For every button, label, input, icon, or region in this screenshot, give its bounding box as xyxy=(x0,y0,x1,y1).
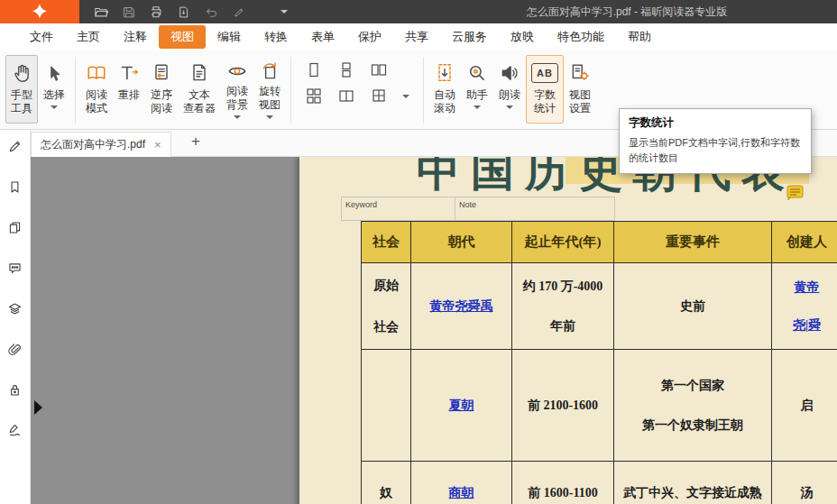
page-layout-group xyxy=(296,55,418,105)
view-settings-button[interactable]: 视图 设置 xyxy=(564,55,596,124)
continuous-facing-icon[interactable] xyxy=(305,87,323,105)
keyword-label: Keyword xyxy=(345,200,377,209)
quick-access-toolbar xyxy=(94,5,288,19)
word-count-button[interactable]: AB 字数 统计 xyxy=(526,55,564,124)
tab-protect[interactable]: 保护 xyxy=(346,25,393,49)
text-viewer-button[interactable]: 文本 查看器 xyxy=(178,55,221,124)
hand-tool-button[interactable]: 手型 工具 xyxy=(5,55,38,124)
cell-period: 前 1600-1100 xyxy=(512,462,614,504)
print-icon[interactable] xyxy=(149,5,163,19)
tab-edit[interactable]: 编辑 xyxy=(206,25,253,49)
select-tool-button[interactable]: 选择 xyxy=(38,55,70,124)
tab-features[interactable]: 特色功能 xyxy=(546,25,616,49)
rotate-view-button[interactable]: 旋转 视图 xyxy=(253,55,286,124)
document-tab[interactable]: 怎么面对高中学习.pdf × xyxy=(31,132,171,157)
cell-founder: 启 xyxy=(772,350,837,462)
book-view-icon[interactable] xyxy=(337,87,355,105)
tab-cloud[interactable]: 云服务 xyxy=(440,25,499,49)
more-layout-icon[interactable] xyxy=(370,87,388,105)
cell-event: 史前 xyxy=(614,263,772,350)
col-header-period: 起止年代(年) xyxy=(512,222,614,263)
table-row: 奴 商朝 前 1600-1100 武丁中兴、文字接近成熟 汤 xyxy=(362,462,837,504)
dynasty-link[interactable]: 夏朝 xyxy=(449,399,474,412)
ribbon-separator xyxy=(290,57,291,124)
cell-dynasty: 夏朝 xyxy=(411,350,512,462)
tab-help[interactable]: 帮助 xyxy=(616,25,663,49)
sign-pen-icon[interactable] xyxy=(232,5,245,19)
note-label: Note xyxy=(459,200,476,209)
facing-pages-icon[interactable] xyxy=(370,61,388,78)
tab-form[interactable]: 表单 xyxy=(299,25,346,49)
tab-share[interactable]: 共享 xyxy=(393,25,440,49)
sticky-note-icon[interactable] xyxy=(786,185,805,205)
cell-founder: 黄帝 尧|舜 xyxy=(772,263,837,350)
security-lock-icon[interactable] xyxy=(7,381,23,398)
annotation-header-strip: Keyword Note xyxy=(341,197,615,221)
chevron-down-icon xyxy=(51,105,58,109)
ribbon-tab-bar: 文件 主页 注释 视图 编辑 转换 表单 保护 共享 云服务 放映 特色功能 帮… xyxy=(0,23,837,50)
document-canvas[interactable]: 中国历史朝代表 Keyword Note 社会 朝代 起止年代(年) 重要事件 … xyxy=(31,157,837,504)
close-tab-icon[interactable]: × xyxy=(154,139,161,151)
read-background-label: 阅读 背景 xyxy=(226,85,248,112)
dynasty-link[interactable]: 商朝 xyxy=(449,486,474,499)
comments-icon[interactable] xyxy=(7,260,23,276)
single-page-icon[interactable] xyxy=(305,61,323,78)
attachment-paperclip-icon[interactable] xyxy=(7,341,23,357)
founder-link[interactable]: 黄帝 尧|舜 xyxy=(793,280,821,332)
layers-icon[interactable] xyxy=(7,300,23,316)
auto-scroll-label: 自动 滚动 xyxy=(434,88,455,115)
tooltip-title: 字数统计 xyxy=(629,115,802,131)
tab-present[interactable]: 放映 xyxy=(499,25,546,49)
read-aloud-button[interactable]: 朗读 xyxy=(493,55,526,124)
auto-scroll-icon xyxy=(434,60,455,87)
chevron-down-icon xyxy=(266,115,273,119)
col-header-event: 重要事件 xyxy=(614,222,772,263)
chevron-down-icon[interactable] xyxy=(402,95,409,98)
cell-period: 前 2100-1600 xyxy=(512,350,614,462)
tab-comment[interactable]: 注释 xyxy=(112,25,159,49)
signature-icon[interactable] xyxy=(7,422,23,438)
hand-icon xyxy=(11,60,32,87)
table-header-row: 社会 朝代 起止年代(年) 重要事件 创建人 xyxy=(362,222,837,263)
chevron-down-icon xyxy=(234,115,241,119)
cell-society xyxy=(362,350,411,462)
hand-tool-label: 手型 工具 xyxy=(11,88,32,115)
cell-event: 武丁中兴、文字接近成熟 xyxy=(614,462,772,504)
read-mode-button[interactable]: 阅读 模式 xyxy=(80,55,113,124)
tab-file[interactable]: 文件 xyxy=(18,25,65,49)
cursor-icon xyxy=(44,60,64,87)
customize-toolbar-dropdown-icon[interactable] xyxy=(281,10,288,14)
tab-convert[interactable]: 转换 xyxy=(253,25,299,49)
pdf-page[interactable]: 中国历史朝代表 Keyword Note 社会 朝代 起止年代(年) 重要事件 … xyxy=(299,157,837,504)
export-icon[interactable] xyxy=(177,5,190,19)
reflow-button[interactable]: 重排 xyxy=(113,55,145,124)
document-tab-title: 怎么面对高中学习.pdf xyxy=(41,137,145,152)
assistant-label: 助手 xyxy=(466,88,488,102)
new-tab-button[interactable]: + xyxy=(191,133,200,149)
reverse-read-button[interactable]: 逆序 阅读 xyxy=(145,55,178,124)
word-count-tooltip: 字数统计 显示当前PDF文档中字词,行数和字符数的统计数目 xyxy=(619,108,812,174)
auto-scroll-button[interactable]: 自动 滚动 xyxy=(428,55,461,124)
col-header-society: 社会 xyxy=(362,222,411,263)
cell-society: 原始 社会 xyxy=(362,263,411,350)
reverse-page-icon xyxy=(151,60,172,87)
undo-icon[interactable] xyxy=(204,5,218,19)
continuous-page-icon[interactable] xyxy=(337,61,355,78)
tab-view[interactable]: 视图 xyxy=(159,25,206,49)
edit-pencil-icon[interactable] xyxy=(7,138,23,154)
open-icon[interactable] xyxy=(94,5,108,19)
save-icon[interactable] xyxy=(122,5,135,19)
title-bar: 怎么面对高中学习.pdf - 福昕阅读器专业版 xyxy=(0,0,837,23)
dynasty-link[interactable]: 黄帝尧舜禹 xyxy=(430,299,493,313)
cell-founder: 汤 xyxy=(772,462,837,504)
read-background-button[interactable]: 阅读 背景 xyxy=(221,55,253,124)
col-header-founder: 创建人 xyxy=(772,222,837,263)
tab-home[interactable]: 主页 xyxy=(65,25,112,49)
bookmark-icon[interactable] xyxy=(7,179,23,195)
pages-icon[interactable] xyxy=(7,219,23,235)
sidebar-expand-handle[interactable] xyxy=(34,400,42,415)
assistant-button[interactable]: 助手 xyxy=(461,55,493,124)
reverse-read-label: 逆序 阅读 xyxy=(151,88,172,115)
speaker-icon xyxy=(499,60,520,87)
magnifier-icon xyxy=(466,60,488,87)
